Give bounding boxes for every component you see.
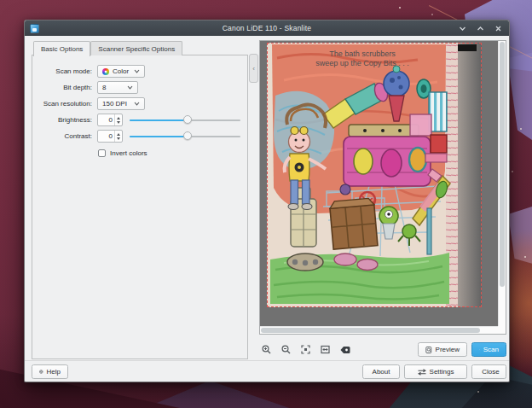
chevron-down-icon — [134, 102, 140, 106]
scanner-icon — [479, 346, 480, 353]
wallpaper-star — [399, 7, 401, 9]
scan-resolution-label: Scan resolution: — [36, 100, 92, 108]
spin-arrows[interactable] — [114, 114, 122, 125]
basic-options-panel: Scan mode: Color Bit depth: 8 Scan re — [32, 55, 248, 359]
scrollbar-thumb[interactable] — [261, 328, 480, 333]
minimize-icon[interactable] — [459, 25, 466, 32]
invert-colors-label: Invert colors — [110, 149, 147, 157]
bit-depth-combobox[interactable]: 8 — [97, 81, 138, 94]
tab-scanner-specific-options[interactable]: Scanner Specific Options — [90, 41, 182, 55]
preview-vertical-scrollbar[interactable] — [498, 41, 506, 326]
brightness-spinbox[interactable]: 0 — [97, 114, 123, 126]
zoom-in-icon[interactable] — [261, 344, 272, 355]
wallpaper-shape — [507, 47, 532, 158]
wallpaper-star — [512, 171, 513, 172]
scan-caption-line1: The bath scrubbers — [329, 50, 396, 58]
footer-separator — [25, 360, 509, 361]
scan-mode-label: Scan mode: — [36, 67, 92, 75]
zoom-actual-size-icon[interactable] — [300, 344, 311, 355]
preview-button[interactable]: Preview — [418, 342, 467, 357]
clear-selections-icon[interactable] — [339, 344, 350, 355]
zoom-out-icon[interactable] — [280, 344, 292, 355]
about-button[interactable]: About — [362, 364, 400, 379]
scan-resolution-combobox[interactable]: 150 DPI — [97, 97, 145, 110]
scan-preview-area[interactable]: The bath scrubbers sweep up the Copy Bit… — [259, 40, 506, 335]
scan-mode-combobox[interactable]: Color — [97, 65, 145, 78]
close-button[interactable]: Close — [471, 364, 506, 379]
spin-arrows[interactable] — [114, 131, 122, 142]
contrast-spinbox[interactable]: 0 — [97, 130, 123, 143]
help-button[interactable]: Help — [32, 364, 68, 379]
contrast-label: Contrast: — [36, 132, 92, 140]
panel-collapse-handle[interactable]: ‹ — [249, 54, 258, 83]
scanned-drawing[interactable]: The bath scrubbers sweep up the Copy Bit… — [267, 43, 482, 307]
wallpaper-star — [431, 14, 433, 15]
wallpaper-star — [524, 256, 526, 258]
tab-basic-options[interactable]: Basic Options — [33, 41, 90, 56]
tab-bar: Basic Options Scanner Specific Options — [33, 41, 182, 56]
preview-horizontal-scrollbar[interactable] — [260, 326, 498, 334]
bit-depth-label: Bit depth: — [36, 84, 92, 91]
close-window-icon[interactable] — [494, 25, 502, 32]
titlebar[interactable]: Canon LiDE 110 - Skanlite — [25, 20, 509, 36]
chevron-down-icon — [127, 85, 133, 90]
preview-zoom-toolbar — [261, 344, 350, 355]
wallpaper-star — [477, 391, 479, 393]
settings-button[interactable]: Settings — [404, 364, 467, 379]
skanlite-app-icon — [30, 24, 39, 33]
slider-handle[interactable] — [183, 115, 192, 124]
configure-sliders-icon — [418, 369, 426, 376]
slider-handle[interactable] — [183, 131, 192, 140]
desktop-wallpaper: Canon LiDE 110 - Skanlite Basic Options … — [0, 0, 532, 408]
invert-colors-checkbox[interactable] — [98, 149, 106, 157]
scan-button[interactable]: Scan — [471, 342, 506, 357]
window-title: Canon LiDE 110 - Skanlite — [25, 24, 509, 32]
wallpaper-star — [520, 128, 522, 130]
zoom-fit-best-icon[interactable] — [320, 344, 331, 355]
skanlite-window: Canon LiDE 110 - Skanlite Basic Options … — [24, 20, 510, 382]
brightness-slider[interactable] — [130, 114, 240, 126]
color-wheel-icon — [102, 68, 109, 75]
brightness-label: Brightness: — [36, 116, 92, 124]
contrast-slider[interactable] — [130, 130, 240, 143]
scrollbar-thumb[interactable] — [500, 42, 505, 287]
help-lifebuoy-icon — [39, 368, 43, 376]
chevron-down-icon — [134, 69, 140, 73]
maximize-icon[interactable] — [477, 25, 484, 32]
document-preview-icon — [425, 346, 432, 354]
